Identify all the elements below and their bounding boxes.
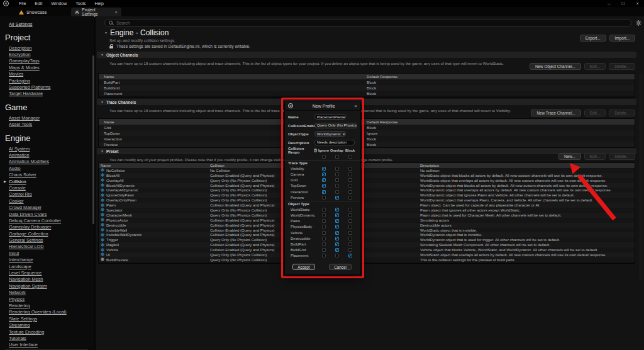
- sidebar-item-console[interactable]: Console: [0, 184, 94, 191]
- maximize-button[interactable]: □: [621, 0, 625, 7]
- section-preset[interactable]: ▼ Preset: [97, 148, 636, 154]
- preview-overlap-checkbox[interactable]: [335, 196, 339, 200]
- settings-gear-icon[interactable]: [636, 20, 641, 26]
- preview-block-checkbox[interactable]: [348, 196, 352, 200]
- sidebar-item-supported-platforms[interactable]: Supported Platforms: [0, 84, 94, 90]
- topdown-block-checkbox[interactable]: [348, 184, 352, 188]
- sidebar-item-navigation-system[interactable]: Navigation System: [0, 283, 94, 289]
- sidebar-item-packaging[interactable]: Packaging: [0, 77, 94, 84]
- sidebar-item-asset-manager[interactable]: Asset Manager: [0, 115, 94, 121]
- worldstatic-ignore-checkbox[interactable]: [322, 208, 326, 212]
- object-channel-delete-button[interactable]: Delete...: [609, 63, 635, 70]
- cancel-button[interactable]: Cancel: [329, 264, 352, 270]
- preset-delete-button[interactable]: Delete...: [609, 153, 635, 160]
- table-row[interactable]: InteractionBlock: [99, 136, 635, 142]
- interaction-block-checkbox[interactable]: [348, 190, 352, 194]
- table-row[interactable]: InvisibleWallCollision Enabled (Query an…: [99, 228, 635, 233]
- sidebar-item-ai-system[interactable]: AI System: [0, 145, 94, 152]
- table-row[interactable]: RagdollCollision Enabled (Query and Phys…: [99, 242, 635, 247]
- sidebar-item-rendering-overrides-local[interactable]: Rendering Overrides (Local): [0, 309, 94, 315]
- sidebar-item-garbage-collection[interactable]: Garbage Collection: [0, 230, 94, 237]
- table-row[interactable]: SpectatorQuery Only (No Physics Collisio…: [99, 208, 635, 213]
- new-trace-channel-button[interactable]: New Trace Channel...: [531, 110, 580, 116]
- table-row[interactable]: OverlapAllQuery Only (No Physics Collisi…: [99, 178, 635, 183]
- table-row[interactable]: TopDownIgnore: [99, 130, 635, 136]
- sidebar-item-movies[interactable]: Movies: [0, 71, 94, 77]
- table-row[interactable]: CharacterMeshQuery Only (No Physics Coll…: [99, 213, 635, 218]
- sidebar-item-data-driven-cvars[interactable]: Data Driven CVars: [0, 211, 94, 217]
- visibility-overlap-checkbox[interactable]: [335, 167, 339, 171]
- collapse-caret-icon[interactable]: ▼: [104, 31, 108, 35]
- sidebar-item-rendering[interactable]: Rendering: [0, 302, 94, 308]
- table-row[interactable]: NoCollisionNo CollisionNo collision: [99, 168, 635, 173]
- table-row[interactable]: BuildPartBlock: [99, 79, 635, 85]
- section-trace-channels[interactable]: ▼ Trace Channels: [97, 99, 636, 105]
- table-row[interactable]: BlockAllDynamicCollision Enabled (Query …: [99, 183, 635, 188]
- preset-edit-button[interactable]: Edit...: [584, 153, 606, 160]
- select-all-ignore-checkbox[interactable]: [322, 155, 326, 159]
- camera-overlap-checkbox[interactable]: [335, 172, 339, 176]
- buildgrid-block-checkbox[interactable]: [348, 248, 352, 252]
- sidebar-item-streaming[interactable]: Streaming: [0, 322, 94, 328]
- main-scrollbar[interactable]: [639, 73, 643, 281]
- object-type-dropdown[interactable]: WorldDynamic ▼: [314, 131, 346, 137]
- buildpart-ignore-checkbox[interactable]: [322, 242, 326, 246]
- pawn-block-checkbox[interactable]: [348, 219, 352, 223]
- vehicle-block-checkbox[interactable]: [348, 231, 352, 235]
- sidebar-item-tutorials[interactable]: Tutorials: [0, 335, 94, 341]
- sidebar-item-navigation-mesh[interactable]: Navigation Mesh: [0, 276, 94, 283]
- placement-overlap-checkbox[interactable]: [335, 254, 339, 257]
- sidebar-item-encryption[interactable]: Encryption: [0, 51, 94, 57]
- buildgrid-ignore-checkbox[interactable]: [322, 248, 326, 252]
- table-row[interactable]: UIQuery Only (No Physics Collision)World…: [99, 252, 635, 257]
- visibility-block-checkbox[interactable]: [348, 167, 352, 171]
- dialog-close-icon[interactable]: ×: [354, 103, 357, 109]
- import-button[interactable]: Import...: [609, 35, 635, 42]
- sidebar-item-general-settings[interactable]: General Settings: [0, 237, 94, 243]
- placement-block-checkbox[interactable]: [348, 254, 352, 257]
- table-row[interactable]: GridBlock: [99, 125, 635, 130]
- table-row[interactable]: PhysicsActorCollision Enabled (Query and…: [99, 218, 635, 223]
- trace-channel-delete-button[interactable]: Delete...: [609, 110, 635, 116]
- table-row[interactable]: OverlapAllDynamicQuery Only (No Physics …: [99, 188, 635, 193]
- preview-ignore-checkbox[interactable]: [322, 196, 326, 200]
- worldstatic-block-checkbox[interactable]: [348, 208, 352, 212]
- vehicle-ignore-checkbox[interactable]: [322, 231, 326, 235]
- sidebar-item-asset-tools[interactable]: Asset Tools: [0, 121, 94, 128]
- grid-block-checkbox[interactable]: [348, 178, 352, 182]
- table-row[interactable]: BuildGridBlock: [99, 85, 635, 91]
- sidebar-item-target-hardware[interactable]: Target Hardware: [0, 91, 94, 97]
- sidebar-item-input[interactable]: Input: [0, 250, 94, 256]
- interaction-overlap-checkbox[interactable]: [335, 190, 339, 194]
- name-field[interactable]: PlacementPreview: [314, 114, 346, 120]
- tab-showcase[interactable]: Showcase: [19, 8, 47, 16]
- table-row[interactable]: IgnoreOnlyPawnQuery Only (No Physics Col…: [99, 193, 635, 198]
- camera-ignore-checkbox[interactable]: [322, 172, 326, 176]
- physicsbody-ignore-checkbox[interactable]: [322, 225, 326, 229]
- worlddynamic-ignore-checkbox[interactable]: [322, 213, 326, 217]
- table-row[interactable]: PreviewBlock: [99, 142, 635, 147]
- table-row[interactable]: OverlapOnlyPawnQuery Only (No Physics Co…: [99, 198, 635, 203]
- menu-window[interactable]: Window: [51, 1, 67, 6]
- table-row[interactable]: TriggerQuery Only (No Physics Collision)…: [99, 237, 635, 242]
- buildgrid-overlap-checkbox[interactable]: [335, 248, 339, 252]
- sidebar-item-landscape[interactable]: Landscape: [0, 263, 94, 269]
- sidebar-item-gameplay-debugger[interactable]: Gameplay Debugger: [0, 224, 94, 230]
- topdown-ignore-checkbox[interactable]: [322, 184, 326, 188]
- sidebar-item-gameplaytags[interactable]: GameplayTags: [0, 58, 94, 64]
- physicsbody-overlap-checkbox[interactable]: [335, 225, 339, 229]
- sidebar-scrollbar[interactable]: [92, 55, 94, 224]
- close-button[interactable]: ×: [636, 0, 639, 7]
- description-field[interactable]: Needs description: [314, 140, 355, 145]
- camera-block-checkbox[interactable]: [348, 172, 352, 176]
- sidebar-item-texture-encoding[interactable]: Texture Encoding: [0, 329, 94, 335]
- worldstatic-overlap-checkbox[interactable]: [335, 208, 339, 212]
- sidebar-item-debug-camera-controller[interactable]: Debug Camera Controller: [0, 217, 94, 223]
- sidebar-item-interchange[interactable]: Interchange: [0, 257, 94, 263]
- pawn-overlap-checkbox[interactable]: [335, 219, 339, 223]
- sidebar-item-audio[interactable]: Audio: [0, 165, 94, 171]
- sidebar-item-network[interactable]: Network: [0, 290, 94, 296]
- sidebar-item-crowd-manager[interactable]: Crowd Manager: [0, 204, 94, 210]
- trace-channel-edit-button[interactable]: Edit...: [584, 110, 606, 116]
- table-row[interactable]: DestructibleCollision Enabled (Query and…: [99, 223, 635, 228]
